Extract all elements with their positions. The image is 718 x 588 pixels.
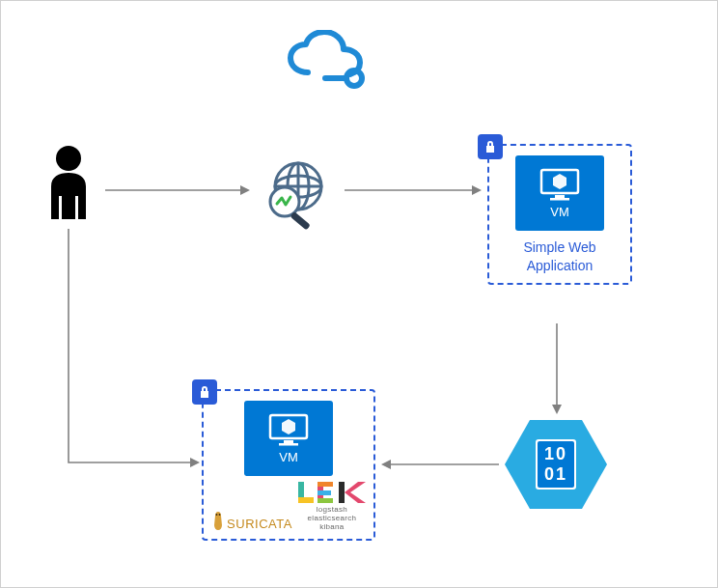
- vm-label: VM: [550, 205, 569, 219]
- processing-vm-group: VM SURICATA: [202, 389, 375, 541]
- suricata-logo: SURICATA: [211, 510, 292, 531]
- arrow-user-to-inspect: [101, 181, 252, 200]
- webapp-caption: Simple Web Application: [503, 238, 617, 275]
- cloud-node: [279, 30, 372, 98]
- svg-marker-13: [472, 185, 482, 195]
- monitor-icon: [538, 168, 581, 201]
- globe-magnifier-icon: [256, 159, 339, 231]
- vm-tile: VM: [244, 401, 333, 476]
- monitor-icon: [267, 413, 310, 446]
- arrow-user-to-processing: [59, 225, 204, 476]
- webapp-group: VM Simple Web Application: [487, 144, 632, 285]
- user-node: [41, 144, 96, 223]
- webapp-dashed-box: VM Simple Web Application: [487, 144, 632, 285]
- lock-icon: [478, 134, 503, 159]
- svg-rect-34: [318, 498, 333, 503]
- logo-strip: SURICATA: [217, 482, 360, 531]
- svg-point-28: [219, 514, 221, 516]
- svg-rect-16: [550, 198, 569, 201]
- binary-text: 10 01: [503, 416, 609, 513]
- vm-label: VM: [279, 450, 298, 464]
- svg-rect-32: [318, 482, 333, 487]
- architecture-diagram: VM Simple Web Application 10 01: [0, 0, 718, 588]
- svg-marker-18: [552, 405, 562, 414]
- binary-line1: 10: [544, 444, 567, 464]
- lek-sub-text: logstash elasticsearch kibana: [298, 505, 366, 531]
- svg-marker-36: [345, 482, 366, 503]
- inspect-node: [256, 159, 339, 235]
- svg-rect-15: [555, 195, 565, 198]
- cloud-icon: [279, 30, 372, 94]
- svg-point-2: [56, 146, 81, 171]
- meerkat-icon: [211, 510, 225, 531]
- svg-rect-9: [290, 211, 311, 231]
- processing-dashed-box: VM SURICATA: [202, 389, 375, 541]
- svg-rect-25: [284, 440, 293, 443]
- svg-rect-26: [279, 443, 298, 446]
- svg-marker-11: [240, 185, 250, 195]
- arrow-webapp-to-hex: [547, 320, 566, 416]
- svg-marker-23: [381, 460, 391, 469]
- suricata-text: SURICATA: [227, 517, 292, 531]
- person-icon: [41, 144, 96, 219]
- svg-rect-30: [298, 497, 314, 503]
- binary-hex-node: 10 01: [503, 416, 609, 508]
- lek-logo: logstash elasticsearch kibana: [298, 482, 366, 531]
- vm-tile: VM: [515, 155, 604, 231]
- binary-line2: 01: [544, 464, 567, 485]
- svg-rect-33: [318, 490, 331, 495]
- lek-mark-icon: [298, 482, 366, 505]
- svg-rect-35: [339, 482, 345, 503]
- svg-marker-37: [190, 458, 200, 467]
- arrow-hex-to-vm: [377, 455, 503, 474]
- arrow-inspect-to-webapp: [341, 181, 483, 200]
- svg-point-27: [216, 514, 218, 516]
